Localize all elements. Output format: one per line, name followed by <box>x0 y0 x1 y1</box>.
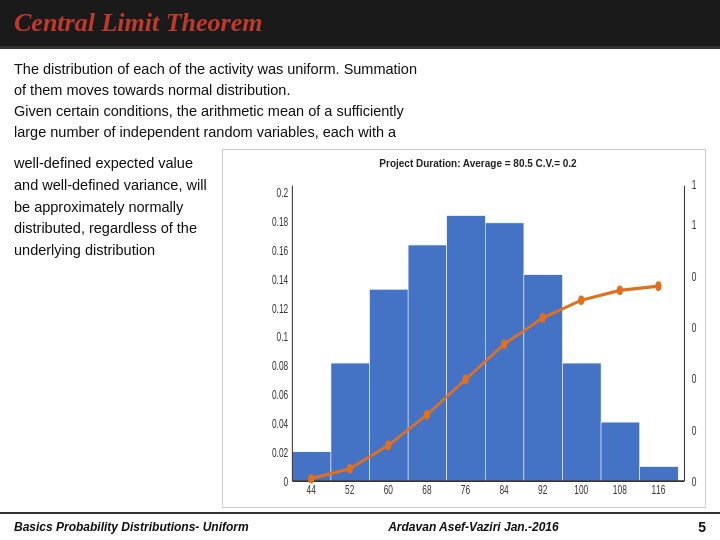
svg-text:1.2: 1.2 <box>692 177 697 191</box>
title-bar: Central Limit Theorem <box>0 0 720 46</box>
svg-rect-22 <box>447 215 486 481</box>
svg-text:0.04: 0.04 <box>272 416 288 430</box>
footer: Basics Probability Distributions- Unifor… <box>0 512 720 540</box>
body-row: well-defined expected value and well-def… <box>14 149 706 508</box>
svg-point-45 <box>462 375 468 385</box>
svg-rect-24 <box>524 274 563 481</box>
svg-text:0: 0 <box>692 474 697 488</box>
svg-text:108: 108 <box>613 482 627 494</box>
svg-rect-19 <box>331 363 370 481</box>
slide: Central Limit Theorem The distribution o… <box>0 0 720 540</box>
svg-text:100: 100 <box>574 482 588 494</box>
svg-text:0.14: 0.14 <box>272 272 288 286</box>
chart-svg-element: 0 0.02 0.04 0.06 0.08 0.1 0.12 0.14 0.16… <box>259 173 697 494</box>
svg-text:0.2: 0.2 <box>692 423 697 437</box>
footer-author: Ardavan Asef-Vaziri Jan.-2016 <box>388 520 559 534</box>
intro-line3: Given certain conditions, the arithmetic… <box>14 103 404 119</box>
svg-text:44: 44 <box>307 482 316 494</box>
svg-point-49 <box>617 286 623 296</box>
svg-point-47 <box>540 313 546 323</box>
svg-text:0.4: 0.4 <box>692 371 697 385</box>
svg-text:52: 52 <box>345 482 354 494</box>
svg-point-50 <box>655 281 661 291</box>
intro-line1: The distribution of each of the activity… <box>14 61 417 77</box>
chart-svg: 0 0.02 0.04 0.06 0.08 0.1 0.12 0.14 0.16… <box>259 173 697 494</box>
intro-line2: of them moves towards normal distributio… <box>14 82 290 98</box>
svg-rect-21 <box>408 245 447 481</box>
slide-title: Central Limit Theorem <box>14 8 706 38</box>
svg-text:76: 76 <box>461 482 470 494</box>
intro-line4: large number of independent random varia… <box>14 124 396 140</box>
svg-text:0.08: 0.08 <box>272 359 288 373</box>
svg-text:0.16: 0.16 <box>272 243 288 257</box>
svg-rect-25 <box>562 363 601 481</box>
svg-point-42 <box>347 464 353 474</box>
svg-rect-27 <box>640 466 679 481</box>
footer-page: 5 <box>698 519 706 535</box>
svg-text:92: 92 <box>538 482 547 494</box>
svg-point-46 <box>501 339 507 349</box>
svg-text:1: 1 <box>692 217 697 231</box>
svg-text:116: 116 <box>651 482 665 494</box>
svg-text:0.02: 0.02 <box>272 445 288 459</box>
svg-point-41 <box>308 474 314 484</box>
svg-text:0.1: 0.1 <box>277 330 289 344</box>
svg-rect-26 <box>601 422 640 481</box>
intro-text: The distribution of each of the activity… <box>14 59 706 143</box>
svg-text:84: 84 <box>499 482 508 494</box>
svg-text:60: 60 <box>384 482 393 494</box>
svg-text:0.18: 0.18 <box>272 214 288 228</box>
svg-text:0.2: 0.2 <box>277 185 289 199</box>
svg-text:0.8: 0.8 <box>692 269 697 283</box>
svg-text:0.12: 0.12 <box>272 301 288 315</box>
footer-course: Basics Probability Distributions- Unifor… <box>14 520 249 534</box>
chart-title: Project Duration: Average = 80.5 C.V.= 0… <box>259 158 697 169</box>
body-text: well-defined expected value and well-def… <box>14 149 214 508</box>
svg-rect-23 <box>485 223 524 481</box>
content: The distribution of each of the activity… <box>0 49 720 512</box>
svg-point-44 <box>424 410 430 420</box>
svg-text:0: 0 <box>284 474 289 488</box>
svg-point-43 <box>385 441 391 451</box>
svg-text:0.6: 0.6 <box>692 320 697 334</box>
svg-text:0.06: 0.06 <box>272 387 288 401</box>
svg-text:68: 68 <box>422 482 431 494</box>
svg-point-48 <box>578 296 584 306</box>
chart-area: Project Duration: Average = 80.5 C.V.= 0… <box>222 149 706 508</box>
